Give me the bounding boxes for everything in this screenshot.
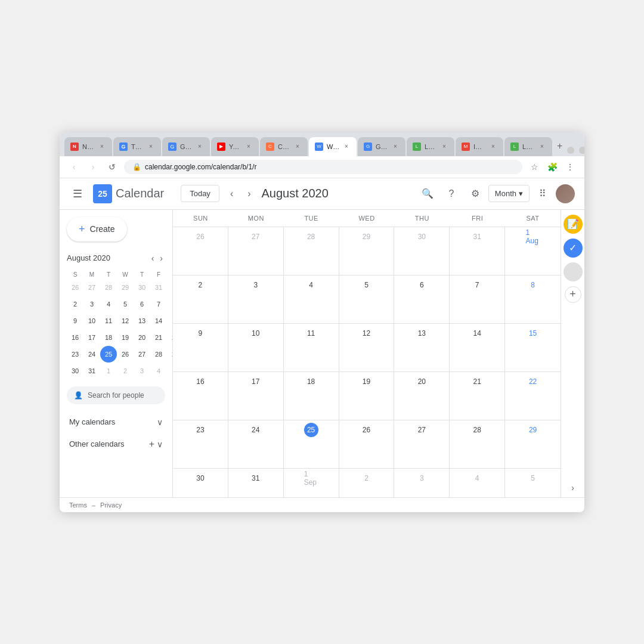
day-cell[interactable]: 15: [505, 324, 561, 371]
back-button[interactable]: ‹: [67, 160, 81, 174]
day-cell-today[interactable]: 25: [284, 420, 339, 468]
day-cell[interactable]: 13: [394, 324, 450, 371]
tab-launch2[interactable]: L Launch... ×: [504, 137, 552, 156]
mini-day[interactable]: 30: [67, 363, 83, 379]
day-cell[interactable]: 4: [450, 469, 505, 497]
settings-icon[interactable]: ⚙: [465, 183, 486, 205]
day-cell[interactable]: 23: [173, 420, 228, 468]
terms-link[interactable]: Terms: [69, 501, 87, 509]
mini-day[interactable]: 31: [150, 279, 167, 296]
mini-next-button[interactable]: ›: [157, 251, 165, 265]
mini-day[interactable]: 21: [150, 329, 167, 346]
tab-work-close[interactable]: ×: [342, 143, 351, 151]
tab-launch1[interactable]: L Launch Pr... ×: [407, 137, 454, 156]
tab-gdrive[interactable]: G Google D... ×: [162, 137, 210, 156]
mini-day[interactable]: 29: [167, 346, 173, 363]
minimize-button[interactable]: [567, 147, 574, 154]
mini-day[interactable]: 13: [134, 312, 150, 329]
tab-gcal-close[interactable]: ×: [391, 143, 400, 151]
day-cell[interactable]: 4: [284, 275, 339, 323]
mini-day[interactable]: 23: [67, 346, 83, 363]
day-cell[interactable]: 5: [339, 275, 395, 323]
maximize-button[interactable]: [579, 147, 584, 154]
day-cell[interactable]: 1 Sep: [284, 469, 339, 497]
mini-day[interactable]: 2: [67, 296, 83, 312]
mini-day[interactable]: 15: [167, 312, 173, 329]
day-cell[interactable]: 3: [394, 469, 450, 497]
bookmark-icon[interactable]: ☆: [527, 160, 541, 174]
reload-button[interactable]: ↺: [105, 160, 119, 174]
apps-icon[interactable]: ⠿: [532, 183, 553, 205]
day-cell[interactable]: 18: [284, 372, 339, 420]
mini-day[interactable]: 7: [150, 296, 167, 312]
day-cell[interactable]: 5: [505, 469, 561, 497]
mini-day[interactable]: 2: [117, 363, 134, 379]
day-cell[interactable]: 9: [173, 324, 228, 371]
day-cell[interactable]: 14: [450, 324, 505, 371]
user-avatar[interactable]: [556, 184, 575, 203]
tab-chrome[interactable]: C Chromi... ×: [260, 137, 308, 156]
day-cell[interactable]: 16: [173, 372, 228, 420]
tab-launch2-close[interactable]: ×: [538, 143, 546, 151]
day-cell[interactable]: 7: [450, 275, 505, 323]
prev-month-button[interactable]: ‹: [227, 185, 237, 203]
day-cell[interactable]: 29: [505, 420, 561, 468]
mini-day[interactable]: 17: [83, 329, 100, 346]
tab-gcal[interactable]: G Google C... ×: [358, 137, 405, 156]
tab-launch1-close[interactable]: ×: [440, 143, 448, 151]
tab-inbox[interactable]: M Inbox (1... ×: [456, 137, 503, 156]
mini-day[interactable]: 9: [67, 312, 83, 329]
mini-day[interactable]: 4: [100, 296, 117, 312]
day-cell[interactable]: 31: [228, 469, 284, 497]
day-cell[interactable]: 12: [339, 324, 395, 371]
mini-day[interactable]: 16: [67, 329, 83, 346]
tab-key[interactable]: G The Key... ×: [113, 137, 161, 156]
tab-youtube-close[interactable]: ×: [244, 143, 253, 151]
mini-day[interactable]: 27: [83, 279, 100, 296]
mini-day[interactable]: 20: [134, 329, 150, 346]
mini-day[interactable]: 28: [100, 279, 117, 296]
day-cell[interactable]: 19: [339, 372, 395, 420]
mini-day[interactable]: 29: [117, 279, 134, 296]
day-cell[interactable]: 27: [394, 420, 450, 468]
day-cell[interactable]: 8: [505, 275, 561, 323]
mini-day[interactable]: 3: [134, 363, 150, 379]
new-tab-button[interactable]: +: [553, 137, 566, 155]
mini-day[interactable]: 30: [134, 279, 150, 296]
mini-prev-button[interactable]: ‹: [149, 251, 157, 265]
day-cell[interactable]: 2: [173, 275, 228, 323]
day-cell[interactable]: 2: [339, 469, 395, 497]
mini-day[interactable]: 1: [167, 279, 173, 296]
mini-day[interactable]: 3: [83, 296, 100, 312]
day-cell[interactable]: 17: [228, 372, 284, 420]
mini-day[interactable]: 12: [117, 312, 134, 329]
day-cell[interactable]: 10: [228, 324, 284, 371]
today-button[interactable]: Today: [181, 185, 219, 202]
mini-day-today[interactable]: 25: [100, 346, 117, 363]
tab-key-close[interactable]: ×: [147, 143, 155, 151]
mini-day[interactable]: 18: [100, 329, 117, 346]
tab-news[interactable]: N News ×: [64, 137, 112, 156]
day-cell[interactable]: 28: [284, 227, 339, 275]
search-icon[interactable]: 🔍: [417, 183, 438, 205]
tab-gdrive-close[interactable]: ×: [196, 143, 204, 151]
url-bar[interactable]: 🔒 calendar.google.com/calendar/b/1/r: [124, 160, 522, 174]
day-cell[interactable]: 31: [450, 227, 505, 275]
mini-day[interactable]: 26: [67, 279, 83, 296]
tab-work[interactable]: W Work ×: [309, 137, 357, 156]
tab-chrome-close[interactable]: ×: [293, 143, 302, 151]
day-cell[interactable]: 22: [505, 372, 561, 420]
other-calendars-header[interactable]: Other calendars + ∨: [67, 435, 165, 453]
mini-day[interactable]: 31: [83, 363, 100, 379]
tab-news-close[interactable]: ×: [98, 143, 106, 151]
mini-day[interactable]: 10: [83, 312, 100, 329]
mini-day[interactable]: 26: [117, 346, 134, 363]
day-cell[interactable]: 24: [228, 420, 284, 468]
day-cell[interactable]: 1 Aug: [505, 227, 561, 275]
day-cell[interactable]: 6: [394, 275, 450, 323]
mini-day[interactable]: 22: [167, 329, 173, 346]
mini-day[interactable]: 5: [117, 296, 134, 312]
day-cell[interactable]: 30: [173, 469, 228, 497]
mini-day[interactable]: 6: [134, 296, 150, 312]
day-cell[interactable]: 20: [394, 372, 450, 420]
